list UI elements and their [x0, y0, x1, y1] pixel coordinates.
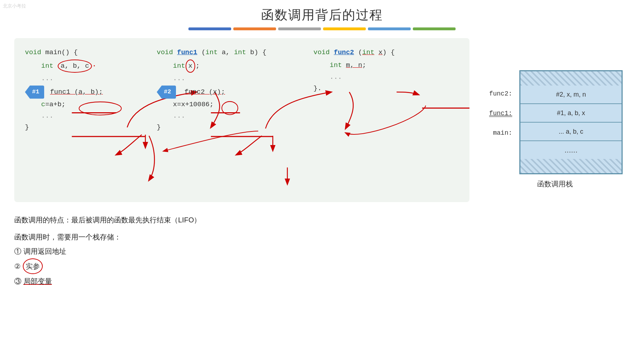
func1-line1: void func1 (int a, int b) { [157, 47, 292, 58]
func1-line2: intx; [157, 60, 292, 72]
main-line7: } [25, 122, 135, 133]
arrow-label-2: #2 [157, 86, 176, 99]
color-bar [0, 27, 644, 30]
bottom-item2: ② 实参 [14, 258, 469, 274]
func2-line3: ... [313, 71, 424, 83]
stack-labels-col: func2: func1: main: [487, 70, 516, 161]
code-blocks: void main() { int a, b, c· ... #1 func1 … [25, 47, 459, 133]
main-line6: ... [25, 110, 135, 122]
color-bar-6 [413, 27, 456, 30]
main-line3: ... [25, 73, 135, 84]
code-block-func2: void func2 (int x) { int m, n; ... }. [313, 47, 424, 94]
stack-hatch-top [520, 71, 622, 86]
stack-row-dots: ...... [520, 141, 622, 159]
func1-line3: ... [157, 73, 292, 84]
bottom-item1: ① 调用返回地址 [14, 244, 469, 258]
stack-box: #2, x, m, n #1, a, b, x ... a, b, c ....… [519, 70, 623, 174]
main-content: void main() { int a, b, c· ... #1 func1 … [0, 38, 644, 288]
stack-row-func1: #1, a, b, x [520, 104, 622, 123]
bottom-text: 函数调用的特点：最后被调用的函数最先执行结束（LIFO） 函数调用时，需要用一个… [14, 213, 469, 288]
main-line5: c=a+b; [25, 99, 135, 110]
color-bar-1 [188, 27, 231, 30]
color-bar-2 [233, 27, 276, 30]
stack-caption: 函数调用栈 [537, 179, 573, 189]
func2-stack-label: func2: [487, 84, 516, 103]
func2-line2: int m, n; [313, 60, 424, 71]
code-area: void main() { int a, b, c· ... #1 func1 … [14, 38, 469, 202]
right-section: func2: func1: main: #2, x, m, n #1, a, b… [480, 38, 630, 288]
code-block-main: void main() { int a, b, c· ... #1 func1 … [25, 47, 135, 133]
watermark: 北京小考拉 [3, 3, 26, 9]
func2-line1: void func2 (int x) { [313, 47, 424, 58]
func1-line6: ... [157, 110, 292, 122]
left-section: void main() { int a, b, c· ... #1 func1 … [14, 38, 469, 288]
bottom-line2: 函数调用时，需要用一个栈存储： [14, 230, 469, 244]
stack-hatch-bottom [520, 159, 622, 173]
func1-line5: x=x+10086; [157, 99, 292, 110]
stack-row-func2: #2, x, m, n [520, 86, 622, 104]
stack-row-main: ... a, b, c [520, 123, 622, 141]
main-line1: void main() { [25, 47, 135, 58]
code-block-func1: void func1 (int a, int b) { intx; ... #2… [157, 47, 292, 133]
bottom-item3: ③ 局部变量 [14, 274, 469, 288]
func1-stack-label: func1: [487, 104, 516, 123]
func2-line4: }. [313, 83, 424, 94]
arrow-label-1: #1 [25, 86, 44, 99]
main-stack-label: main: [487, 124, 516, 142]
main-line4: #1 func1 (a, b); [25, 86, 135, 99]
func1-line7: } [157, 122, 292, 133]
page-title: 函数调用背后的过程 [0, 0, 644, 27]
main-line2: int a, b, c· [25, 60, 135, 72]
stack-wrapper: func2: func1: main: #2, x, m, n #1, a, b… [487, 70, 623, 174]
color-bar-4 [323, 27, 366, 30]
color-bar-3 [278, 27, 321, 30]
func1-line4: #2 func2 (x); [157, 86, 292, 99]
color-bar-5 [368, 27, 411, 30]
bottom-line1: 函数调用的特点：最后被调用的函数最先执行结束（LIFO） [14, 213, 469, 227]
